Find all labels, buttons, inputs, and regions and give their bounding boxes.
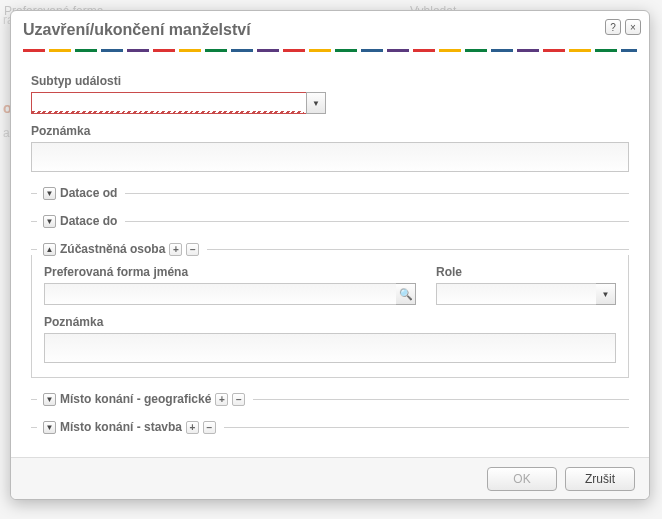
cancel-button[interactable]: Zrušit [565,467,635,491]
dialog-title: Uzavření/ukončení manželství [23,21,637,39]
chevron-down-icon: ▼ [46,189,54,198]
place-geo-add-button[interactable]: + [215,393,228,406]
place-geo-legend: Místo konání - geografické [60,392,211,406]
minus-icon: − [207,422,213,433]
subtype-label: Subtyp události [31,74,629,88]
date-from-legend: Datace od [60,186,117,200]
person-toggle[interactable]: ▲ [43,243,56,256]
person-add-button[interactable]: + [169,243,182,256]
chevron-down-icon: ▼ [46,423,54,432]
plus-icon: + [190,422,196,433]
person-section: ▲ Zúčastněná osoba + − Preferovaná forma… [31,242,629,378]
legend-line [31,249,37,250]
pref-name-search-wrap: 🔍 [44,283,416,305]
person-note-label: Poznámka [44,315,616,329]
pref-name-input[interactable] [44,283,416,305]
place-bldg-remove-button[interactable]: − [203,421,216,434]
place-bldg-section: ▼ Místo konání - stavba + − [31,420,629,434]
person-legend: Zúčastněná osoba [60,242,165,256]
plus-icon: + [173,244,179,255]
legend-line [31,399,37,400]
place-bldg-add-button[interactable]: + [186,421,199,434]
date-to-toggle[interactable]: ▼ [43,215,56,228]
place-bldg-legend: Místo konání - stavba [60,420,182,434]
chevron-down-icon: ▼ [46,217,54,226]
place-geo-toggle[interactable]: ▼ [43,393,56,406]
minus-icon: − [236,394,242,405]
role-label: Role [436,265,616,279]
date-to-section: ▼ Datace do [31,214,629,228]
plus-icon: + [219,394,225,405]
marriage-event-dialog: Uzavření/ukončení manželství ? × Subtyp … [10,10,650,500]
person-section-body: Preferovaná forma jména 🔍 Role [31,255,629,378]
place-geo-remove-button[interactable]: − [232,393,245,406]
place-bldg-toggle[interactable]: ▼ [43,421,56,434]
pref-name-search-button[interactable]: 🔍 [396,283,416,305]
legend-line [207,249,629,250]
person-remove-button[interactable]: − [186,243,199,256]
date-to-legend: Datace do [60,214,117,228]
date-from-toggle[interactable]: ▼ [43,187,56,200]
minus-icon: − [190,244,196,255]
dialog-footer: OK Zrušit [11,457,649,499]
legend-line [224,427,629,428]
close-button[interactable]: × [625,19,641,35]
note-input[interactable] [31,142,629,172]
chevron-down-icon: ▼ [46,395,54,404]
note-label: Poznámka [31,124,629,138]
validation-wavy-underline [32,111,304,114]
chevron-down-icon: ▼ [602,290,610,299]
person-note-input[interactable] [44,333,616,363]
legend-line [31,193,37,194]
role-dropdown-trigger[interactable]: ▼ [596,283,616,305]
legend-line [125,221,629,222]
dialog-body: Subtyp události ▼ Poznámka ▼ Datace od [11,52,649,450]
subtype-combo: ▼ [31,92,326,114]
pref-name-label: Preferovaná forma jména [44,265,416,279]
role-input[interactable] [436,283,616,305]
dialog-header: Uzavření/ukončení manželství ? × [11,11,649,45]
subtype-dropdown-trigger[interactable]: ▼ [306,92,326,114]
search-icon: 🔍 [399,288,413,301]
chevron-up-icon: ▲ [46,245,54,254]
help-button[interactable]: ? [605,19,621,35]
chevron-down-icon: ▼ [312,99,320,108]
place-geo-section: ▼ Místo konání - geografické + − [31,392,629,406]
legend-line [31,221,37,222]
role-combo: ▼ [436,283,616,305]
legend-line [31,427,37,428]
date-from-section: ▼ Datace od [31,186,629,200]
legend-line [125,193,629,194]
legend-line [253,399,629,400]
ok-button[interactable]: OK [487,467,557,491]
